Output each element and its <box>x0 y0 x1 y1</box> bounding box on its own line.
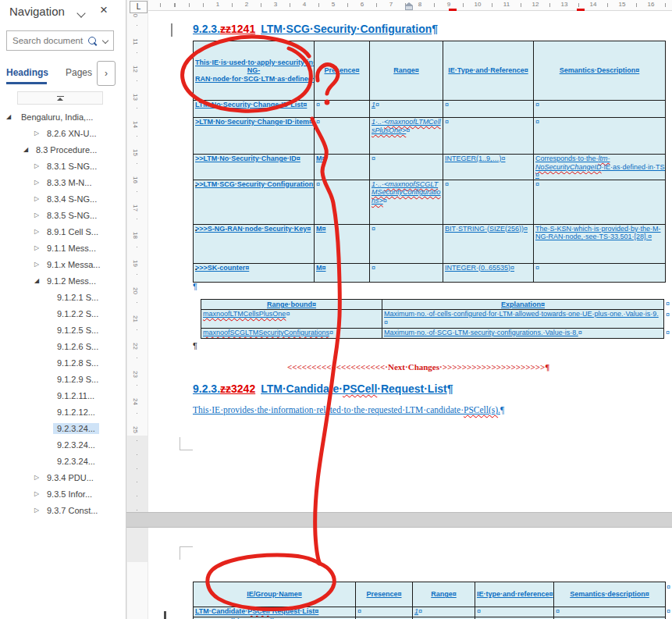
sidebar-item-label[interactable]: 9.1.x Messa... <box>43 259 104 270</box>
collapsed-arrow-icon[interactable]: ▷ <box>34 228 39 235</box>
tab-stop-selector[interactable]: L <box>130 1 148 13</box>
collapsed-arrow-icon[interactable]: ▷ <box>34 507 39 514</box>
sidebar-item-9-3-7-const[interactable]: ▷9.3.7 Const... <box>0 503 125 519</box>
sidebar-item-9-1-2-1-s[interactable]: 9.1.2.1 S... <box>0 290 125 306</box>
table-header-cell: Semantics·description¤ <box>554 582 666 607</box>
range-bound-table: Range·bound¤ Explanation¤ maxnoofLTMCell… <box>201 299 664 339</box>
sidebar-item-label[interactable]: 9.1.1 Mess... <box>43 243 100 254</box>
sidebar-item-label[interactable]: 8.9.1 Cell S... <box>43 226 102 237</box>
sidebar-item-8-2-6-xn-u[interactable]: ▷8.2.6 XN-U... <box>0 126 125 142</box>
sidebar-item-8-3-5-s-ng[interactable]: ▷8.3.5 S-NG... <box>0 208 125 224</box>
row-end-mark: ¤ <box>666 329 670 336</box>
heading-number: 9.2.3. <box>193 382 220 395</box>
horizontal-ruler[interactable]: 12345678910111213141516 <box>148 0 672 11</box>
next-changes-separator: <<<<<<<<<<<<<<<<<<<<·Next·Changes·>>>>>>… <box>287 362 549 372</box>
row-end-mark: ¤ <box>666 311 670 318</box>
collapsed-arrow-icon[interactable]: ▷ <box>34 212 39 219</box>
expanded-arrow-icon[interactable]: ◢ <box>23 146 28 153</box>
ie-description-paragraph: This·IE·provides·the·information·related… <box>193 405 504 414</box>
table-row: ▪>>>S-NG-RAN·node·Security·Key¤ M¤ ¤ BIT… <box>194 224 666 263</box>
sidebar-item-8-3-4-s-ng[interactable]: ▷8.3.4 S-NG... <box>0 191 125 208</box>
sidebar-item-label[interactable]: 9.2.3.24... <box>53 439 99 450</box>
sidebar-item-9-1-2-5-s[interactable]: 9.1.2.5 S... <box>0 322 125 339</box>
jump-to-top-icon <box>57 96 64 97</box>
sidebar-item-9-2-3-24[interactable]: 9.2.3.24... <box>0 437 125 454</box>
sidebar-item-label[interactable]: 9.1.2.9 S... <box>53 374 102 385</box>
sidebar-item-8-3-1-s-ng[interactable]: ▷8.3.1 S-NG... <box>0 158 125 175</box>
ruler-number: 2 <box>244 1 250 8</box>
sidebar-item-9-2-3-24[interactable]: 9.2.3.24... <box>0 454 125 470</box>
sidebar-item-label[interactable]: 9.1.2.5 S... <box>53 325 102 336</box>
expanded-arrow-icon[interactable]: ◢ <box>34 277 39 284</box>
collapsed-arrow-icon[interactable]: ▷ <box>34 195 39 202</box>
sidebar-item-label[interactable]: 8.3.5 S-NG... <box>43 210 101 221</box>
sidebar-item-label[interactable]: 8.3 Procedure... <box>32 144 101 155</box>
sidebar-item-label[interactable]: Bengaluru, India,... <box>17 112 97 123</box>
collapsed-arrow-icon[interactable]: ▷ <box>34 474 39 481</box>
sidebar-item-label[interactable]: 8.2.6 XN-U... <box>43 128 101 139</box>
tracked-change-mark <box>449 9 457 11</box>
sidebar-item-label[interactable]: 9.1.2.6 S... <box>53 341 102 352</box>
search-input[interactable]: Search document <box>6 30 114 51</box>
sidebar-item-9-1-2-9-s[interactable]: 9.1.2.9 S... <box>0 372 125 388</box>
table-row: LTM·Candidate·PSCell·Request·List¤ ¤ 1¤ … <box>194 607 666 617</box>
collapsed-arrow-icon[interactable]: ▷ <box>34 244 39 251</box>
sidebar-item-9-1-2-mess[interactable]: ◢9.1.2 Mess... <box>0 273 125 290</box>
sidebar-item-label[interactable]: 9.3.7 Const... <box>43 505 101 516</box>
search-options-chevron-icon[interactable] <box>102 37 108 44</box>
collapsed-arrow-icon[interactable]: ▷ <box>34 162 39 169</box>
sidebar-item-label[interactable]: 9.3.5 Infor... <box>43 489 96 500</box>
tab-headings[interactable]: Headings <box>6 67 48 78</box>
sidebar-item-label[interactable]: 9.1.2.2 S... <box>53 308 102 319</box>
sidebar-item-9-1-2-8-s[interactable]: 9.1.2.8 S... <box>0 355 125 372</box>
heading-title: LTM·SCG·Security·Configuration <box>261 23 432 35</box>
table-row: ▪>>LTM·SCG·Security·Configuration·Inform… <box>194 180 666 224</box>
tab-overflow-button[interactable]: › <box>97 61 116 86</box>
sidebar-item-8-3-3-m-n[interactable]: ▷8.3.3 M-N... <box>0 175 125 191</box>
ruler-number: 12 <box>132 65 139 73</box>
sidebar-item-label[interactable]: 9.2.3.24... <box>53 423 99 434</box>
sidebar-item-8-9-1-cell-s[interactable]: ▷8.9.1 Cell S... <box>0 224 125 240</box>
search-icon[interactable] <box>88 37 96 44</box>
ruler-number: 12 <box>531 1 541 8</box>
ruler-number: 3 <box>272 1 279 8</box>
inserted-text: 3242 <box>231 382 255 395</box>
sidebar-item-label[interactable]: 9.1.2.8 S... <box>53 358 102 368</box>
indent-marker[interactable] <box>405 2 413 10</box>
sidebar-item-label[interactable]: 8.3.1 S-NG... <box>43 161 101 172</box>
sidebar-item-9-1-x-messa[interactable]: ▷9.1.x Messa... <box>0 257 125 273</box>
collapsed-arrow-icon[interactable]: ▷ <box>34 130 39 137</box>
pilcrow-mark: ¶ <box>432 23 438 35</box>
ie-definition-table: This·IE·is·used·to·apply·security·in·the… <box>193 41 666 283</box>
sidebar-item-label[interactable]: 9.1.2.1 S... <box>53 292 102 303</box>
expanded-arrow-icon[interactable]: ◢ <box>6 113 11 120</box>
sidebar-item-9-1-2-2-s[interactable]: 9.1.2.2 S... <box>0 306 125 322</box>
sidebar-item-label[interactable]: 8.3.3 M-N... <box>43 177 95 188</box>
sidebar-item-label[interactable]: 9.1.2.12... <box>53 407 99 418</box>
sidebar-item-label[interactable]: 9.2.3.24... <box>53 456 99 467</box>
sidebar-item-label[interactable]: 9.1.2 Mess... <box>43 276 100 286</box>
sidebar-item-9-1-1-mess[interactable]: ▷9.1.1 Mess... <box>0 240 125 257</box>
sidebar-item-label[interactable]: 8.3.4 S-NG... <box>43 194 101 205</box>
sidebar-item-9-3-4-pdu[interactable]: ▷9.3.4 PDU... <box>0 470 125 486</box>
sidebar-item-bengaluru-india[interactable]: ◢Bengaluru, India,... <box>0 109 125 126</box>
navigation-options-chevron-icon[interactable] <box>76 9 85 17</box>
sidebar-item-label[interactable]: 9.3.4 PDU... <box>43 472 98 483</box>
collapsed-arrow-icon[interactable]: ▷ <box>34 261 39 268</box>
jump-to-top-button[interactable] <box>17 91 103 105</box>
ruler-number: 4 <box>301 1 308 8</box>
sidebar-item-8-3-procedure[interactable]: ◢8.3 Procedure... <box>0 142 125 158</box>
margin-corner-mark <box>180 546 180 560</box>
collapsed-arrow-icon[interactable]: ▷ <box>34 490 39 497</box>
sidebar-item-9-2-3-24[interactable]: 9.2.3.24... <box>0 421 125 437</box>
sidebar-item-label[interactable]: 9.1.2.11... <box>53 390 98 401</box>
sidebar-item-9-3-5-infor[interactable]: ▷9.3.5 Infor... <box>0 486 125 503</box>
table-row: maxnoofSCGLTMSecurityConfigurations¤ Max… <box>201 329 664 339</box>
close-navigation-icon[interactable]: × <box>100 2 108 18</box>
tab-pages[interactable]: Pages <box>66 67 92 78</box>
collapsed-arrow-icon[interactable]: ▷ <box>34 179 39 186</box>
sidebar-item-9-1-2-6-s[interactable]: 9.1.2.6 S... <box>0 339 125 355</box>
sidebar-item-9-1-2-11[interactable]: 9.1.2.11... <box>0 388 125 404</box>
headings-tree[interactable]: ◢Bengaluru, India,...▷8.2.6 XN-U...◢8.3 … <box>0 109 125 617</box>
sidebar-item-9-1-2-12[interactable]: 9.1.2.12... <box>0 404 125 421</box>
